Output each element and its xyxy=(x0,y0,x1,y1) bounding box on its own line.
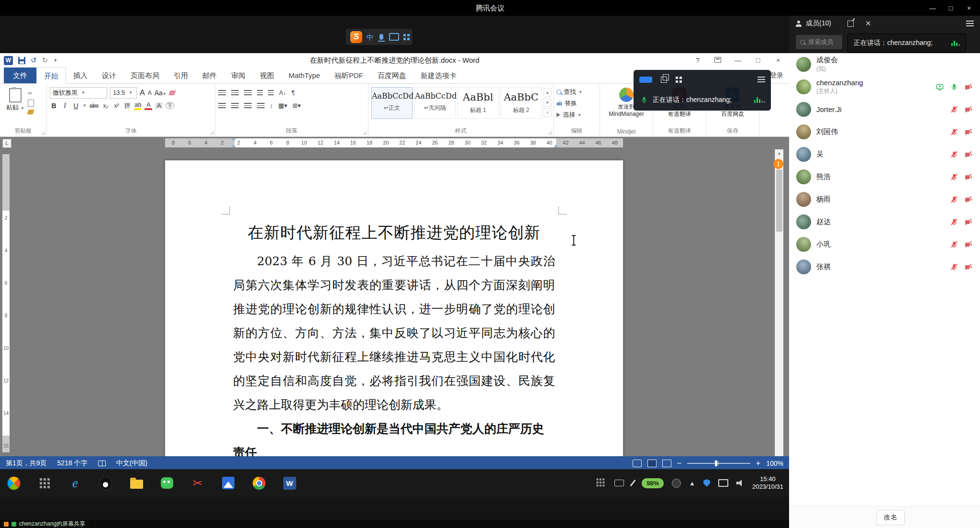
styles-up-icon[interactable]: ▲ xyxy=(544,88,551,97)
shading-icon[interactable]: ▦▾ xyxy=(278,102,288,109)
replace-button[interactable]: ab 替换 xyxy=(557,98,597,109)
number-list-icon[interactable] xyxy=(231,90,239,96)
member-mic-icon[interactable] xyxy=(949,217,958,226)
pen-tray-icon[interactable] xyxy=(630,480,635,486)
style-card[interactable]: AaBbC 标题 2 xyxy=(501,87,542,119)
ribbon-tab[interactable]: 引用 xyxy=(167,67,195,83)
styles-more-icon[interactable]: ≡ xyxy=(544,108,551,117)
chrome-button[interactable] xyxy=(252,476,266,490)
sign-in-link[interactable]: 登录 xyxy=(770,67,783,83)
borders-icon[interactable]: ⊞▾ xyxy=(292,102,301,109)
scrollbar-thumb[interactable] xyxy=(776,169,782,232)
superscript-button[interactable]: x² xyxy=(112,102,121,109)
save-icon[interactable] xyxy=(18,57,25,64)
right-indent-marker[interactable] xyxy=(554,142,558,147)
member-row[interactable]: 吴 xyxy=(789,143,980,166)
read-mode-icon[interactable] xyxy=(633,460,642,467)
ribbon-tab[interactable]: MathType xyxy=(281,67,327,83)
member-mic-icon[interactable] xyxy=(949,172,958,181)
proofing-icon[interactable] xyxy=(98,461,106,466)
sort-icon[interactable]: A↓ xyxy=(279,89,286,96)
grid-view-icon[interactable] xyxy=(676,77,678,79)
ribbon-tab[interactable]: 页面布局 xyxy=(123,67,167,83)
horizontal-ruler[interactable]: 8642246810121416182022242628303234363840… xyxy=(165,138,623,147)
member-mic-icon[interactable] xyxy=(949,82,958,91)
member-row[interactable]: chenzanzhang (主持人) xyxy=(789,76,980,98)
word-minimize-icon[interactable]: — xyxy=(728,56,748,64)
ribbon-tab[interactable]: 插入 xyxy=(66,67,95,83)
meeting-floating-panel[interactable]: 正在讲话：chenzanzhang; xyxy=(634,70,771,111)
member-camera-icon[interactable] xyxy=(964,195,973,204)
page-indicator[interactable]: 第1页，共9页 xyxy=(6,459,47,468)
strikethrough-button[interactable]: abc xyxy=(89,102,99,109)
keyboard-tray-icon[interactable] xyxy=(614,480,624,486)
word-restore-icon[interactable]: □ xyxy=(748,56,768,64)
photos-button[interactable] xyxy=(221,476,235,490)
tab-stop-selector[interactable]: L xyxy=(2,139,11,148)
subscript-button[interactable]: x₂ xyxy=(101,102,110,109)
underline-button[interactable]: U xyxy=(72,102,80,110)
decrease-indent-icon[interactable] xyxy=(257,90,263,96)
style-card[interactable]: AaBbCcDd ↵无间隔 xyxy=(414,87,456,119)
paragraph-dialog-launcher[interactable]: ◿ xyxy=(363,130,367,135)
show-marks-icon[interactable]: ¶ xyxy=(291,89,295,96)
ribbon-tab[interactable]: 文件 xyxy=(4,67,36,83)
zoom-slider-thumb[interactable] xyxy=(715,461,717,466)
update-badge[interactable]: 1 xyxy=(773,159,783,169)
close-panel-icon[interactable]: ✕ xyxy=(865,19,871,28)
member-camera-icon[interactable] xyxy=(964,217,973,226)
styles-dialog-launcher[interactable]: ◿ xyxy=(548,130,552,135)
ribbon-tab[interactable]: 开始 xyxy=(36,67,66,84)
select-button[interactable]: 选择 ▼ xyxy=(557,109,597,121)
multilevel-list-icon[interactable] xyxy=(244,90,252,96)
search-input[interactable]: 搜索成员 xyxy=(796,35,842,49)
ribbon-tab[interactable]: 百度网盘 xyxy=(370,67,413,83)
member-row[interactable]: 成俊会 (我) xyxy=(789,53,980,76)
minimize-icon[interactable]: — xyxy=(924,4,941,12)
start-button[interactable] xyxy=(7,476,21,490)
member-mic-icon[interactable] xyxy=(949,150,958,159)
document-page[interactable]: 在新时代新征程上不断推进党的理论创新 2023 年 6 月 30 日，习近平总书… xyxy=(165,160,623,456)
member-camera-icon[interactable] xyxy=(964,240,973,249)
qq-button[interactable] xyxy=(99,476,113,490)
voice-input-icon[interactable] xyxy=(379,34,383,40)
hanging-indent-marker[interactable] xyxy=(231,142,236,147)
app-grid-button[interactable] xyxy=(37,476,52,490)
member-row[interactable]: 杨雨 xyxy=(789,188,980,211)
ribbon-tab[interactable]: 视图 xyxy=(253,67,281,83)
find-button[interactable]: 查找 ▼ xyxy=(557,86,597,98)
font-name-select[interactable]: 微软雅黑▼ xyxy=(50,87,107,99)
zoom-slider[interactable] xyxy=(687,463,750,464)
soft-keyboard-icon[interactable] xyxy=(389,33,399,41)
security-shield-icon[interactable] xyxy=(703,479,710,487)
help-icon[interactable]: ? xyxy=(688,56,708,64)
justify-icon[interactable] xyxy=(257,103,265,109)
member-row[interactable]: 赵达 xyxy=(789,211,980,233)
member-row[interactable]: Jorter.Ji xyxy=(789,98,980,121)
bold-button[interactable]: B xyxy=(50,102,58,110)
member-mic-icon[interactable] xyxy=(949,127,958,136)
change-case-icon[interactable]: Aa▼ xyxy=(155,89,167,97)
scroll-up-icon[interactable]: ▲ xyxy=(775,149,783,157)
member-camera-icon[interactable] xyxy=(964,172,973,181)
taskbar-clock[interactable]: 15:40 2023/10/31 xyxy=(752,475,783,491)
maximize-icon[interactable]: □ xyxy=(943,4,959,12)
document-scrollbar[interactable]: ▲ xyxy=(775,149,783,456)
member-mic-icon[interactable] xyxy=(949,105,958,114)
word-close-icon[interactable]: × xyxy=(768,56,788,64)
ribbon-tab[interactable]: 设计 xyxy=(95,67,123,83)
clipboard-dialog-launcher[interactable]: ◿ xyxy=(42,130,45,135)
style-card[interactable]: AaBbl 标题 1 xyxy=(457,87,499,119)
word-count[interactable]: 5218 个字 xyxy=(57,459,88,468)
restore-view-icon[interactable] xyxy=(661,77,667,83)
sogou-logo-icon[interactable]: S xyxy=(350,31,362,43)
member-camera-icon[interactable] xyxy=(964,105,973,114)
member-row[interactable]: 熊浩 xyxy=(789,166,980,188)
sogou-input-toolbar[interactable]: S 中 xyxy=(346,29,412,45)
format-painter-icon[interactable] xyxy=(27,110,34,114)
align-center-icon[interactable] xyxy=(231,103,239,109)
highlight-color-icon[interactable]: ab xyxy=(134,101,142,110)
volume-icon[interactable] xyxy=(736,480,744,486)
style-card[interactable]: AaBbCcDd ↵正文 xyxy=(371,87,412,119)
member-list-icon[interactable] xyxy=(757,77,765,78)
